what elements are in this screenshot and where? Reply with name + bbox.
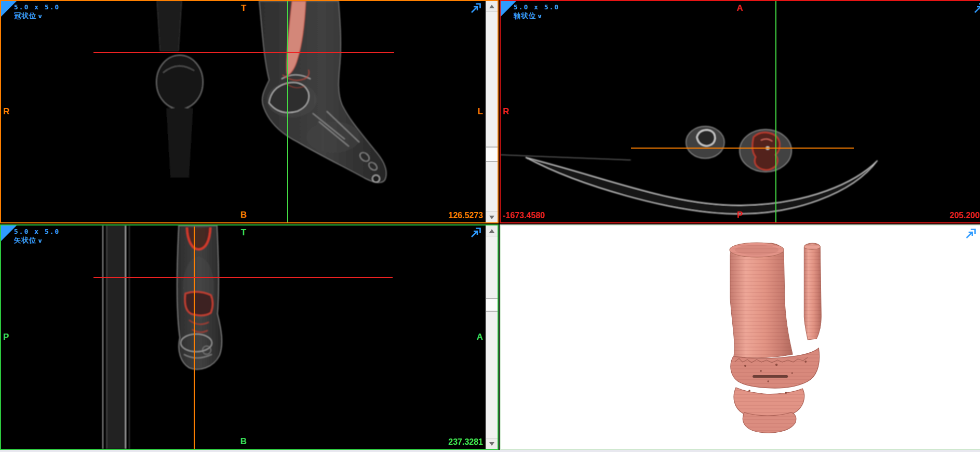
- expand-arrow-icon: [469, 227, 481, 240]
- ct-viewer-screen: 5.0 x 5.0 冠状位∨ T B R L 126.5273: [0, 0, 980, 452]
- crosshair-vertical-green[interactable]: [287, 1, 288, 222]
- scrollbar-thumb[interactable]: [486, 147, 498, 162]
- slice-scrollbar[interactable]: [486, 225, 498, 449]
- arrow-up-icon: [489, 5, 494, 8]
- crosshair-vertical-green[interactable]: [775, 1, 776, 222]
- maximize-button[interactable]: [469, 227, 481, 240]
- plane-selector-dropdown[interactable]: 轴状位∨: [514, 11, 559, 21]
- view-meta: 5.0 x 5.0 矢状位∨: [14, 228, 60, 245]
- plane-label: 矢状位: [14, 236, 37, 244]
- plane-selector-dropdown[interactable]: 冠状位∨: [14, 11, 60, 21]
- expand-arrow-icon: [972, 3, 980, 15]
- crosshair-vertical-orange[interactable]: [194, 227, 195, 449]
- slice-position-value: 126.5273: [448, 211, 483, 220]
- coordinate-value-right: 205.2001: [949, 211, 980, 220]
- scrollbar-down-button[interactable]: [486, 438, 498, 449]
- expand-arrow-icon: [964, 228, 976, 241]
- expand-arrow-icon: [469, 3, 481, 15]
- viewport-axial: 5.0 x 5.0 轴状位∨ A P R -1673.4580 205.2001: [500, 0, 980, 223]
- viewport-coronal: 5.0 x 5.0 冠状位∨ T B R L 126.5273: [0, 0, 499, 223]
- maximize-button[interactable]: [964, 228, 976, 241]
- maximize-button[interactable]: [469, 3, 481, 15]
- slice-scrollbar[interactable]: [486, 1, 498, 222]
- viewport-3d-volume: [500, 224, 980, 450]
- view-meta: 5.0 x 5.0 轴状位∨: [514, 3, 559, 21]
- chevron-down-icon: ∨: [537, 12, 543, 21]
- plane-label: 冠状位: [14, 11, 37, 20]
- coronal-ct-image[interactable]: [1, 1, 498, 222]
- crosshair-horizontal-orange[interactable]: [631, 148, 854, 149]
- view-meta: 5.0 x 5.0 冠状位∨: [14, 3, 60, 21]
- volume-3d-render[interactable]: [501, 225, 980, 449]
- zoom-factor-label: 5.0 x 5.0: [14, 3, 60, 11]
- arrow-up-icon: [489, 229, 494, 233]
- chevron-down-icon: ∨: [37, 12, 43, 21]
- crosshair-horizontal-red[interactable]: [93, 52, 394, 53]
- maximize-button[interactable]: [972, 3, 980, 15]
- chevron-down-icon: ∨: [37, 237, 43, 245]
- slice-position-value: 237.3281: [448, 437, 483, 447]
- bottom-divider: [0, 450, 980, 452]
- scrollbar-thumb[interactable]: [486, 298, 498, 312]
- coordinate-value-left: -1673.4580: [503, 211, 545, 220]
- zoom-factor-label: 5.0 x 5.0: [514, 3, 559, 11]
- scrollbar-down-button[interactable]: [486, 211, 498, 222]
- zoom-factor-label: 5.0 x 5.0: [14, 228, 60, 236]
- plane-selector-dropdown[interactable]: 矢状位∨: [14, 236, 60, 245]
- scrollbar-up-button[interactable]: [486, 1, 498, 12]
- crosshair-horizontal-red[interactable]: [93, 277, 393, 278]
- scrollbar-up-button[interactable]: [486, 225, 498, 236]
- plane-label: 轴状位: [514, 11, 536, 20]
- sagittal-ct-image[interactable]: [1, 225, 498, 449]
- axial-ct-image[interactable]: [501, 1, 980, 222]
- viewport-sagittal: 5.0 x 5.0 矢状位∨ T B P A 237.3281: [0, 224, 499, 450]
- arrow-down-icon: [489, 216, 494, 219]
- arrow-down-icon: [489, 442, 494, 446]
